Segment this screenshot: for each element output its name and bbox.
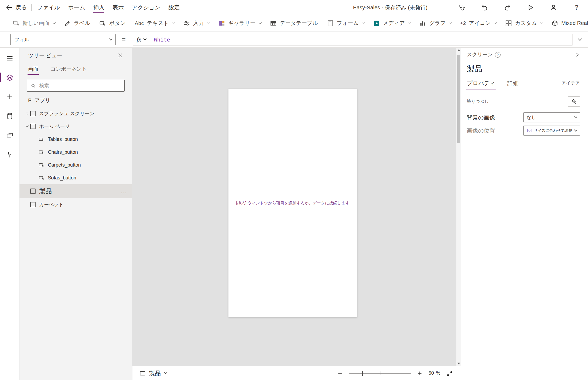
chevron-right-icon[interactable]	[23, 112, 30, 115]
insert-hint-text: [挿入] ウィンドウから項目を追加するか、データに接続します	[236, 201, 349, 206]
formula-expand-icon[interactable]	[578, 37, 581, 42]
tab-ideas[interactable]: アイデア	[561, 80, 580, 89]
ribbon-label: ボタン	[109, 20, 125, 27]
tree-item-chairs-button[interactable]: Chairs_button	[20, 146, 132, 159]
collapse-panel-icon[interactable]	[574, 52, 580, 58]
image-position-label: 画像の位置	[467, 127, 495, 134]
tree-item-label: Tables_button	[48, 137, 78, 142]
tab-screens[interactable]: 画面	[28, 66, 38, 75]
back-arrow-icon	[6, 4, 13, 11]
tree-item-splash-screen[interactable]: スプラッシュ スクリーン	[20, 107, 132, 120]
screen-icon	[139, 370, 146, 377]
chevron-down-icon	[408, 21, 411, 24]
close-icon[interactable]	[117, 52, 123, 58]
tree-item-label: カーペット	[39, 201, 64, 208]
ribbon-datatable[interactable]: データテーブル	[265, 17, 322, 29]
scroll-down-icon[interactable]	[457, 363, 460, 364]
fit-to-window-icon[interactable]	[446, 370, 453, 377]
tree-item-products[interactable]: 製品 …	[20, 184, 132, 198]
tab-properties[interactable]: プロパティ	[467, 80, 495, 89]
image-position-dropdown[interactable]: サイズに合わせて調整	[523, 126, 580, 136]
zoom-unit: %	[436, 370, 440, 376]
scrollbar-thumb[interactable]	[457, 55, 460, 143]
zoom-slider-handle[interactable]	[362, 371, 363, 376]
tab-components[interactable]: コンポーネント	[51, 66, 87, 75]
screen-artboard[interactable]: [挿入] ウィンドウから項目を追加するか、データに接続します	[228, 89, 357, 317]
background-image-dropdown[interactable]: なし	[523, 112, 580, 122]
tree-view-tabs: 画面 コンポーネント	[20, 63, 132, 75]
menu-view[interactable]: 表示	[108, 0, 128, 15]
zoom-slider[interactable]	[349, 373, 411, 374]
ribbon-label: アイコン	[469, 20, 491, 27]
zoom-level: 50 %	[429, 370, 440, 376]
tree-view-icon[interactable]	[0, 71, 20, 84]
chevron-down-icon[interactable]	[23, 125, 30, 127]
play-icon[interactable]	[526, 3, 534, 12]
formula-input[interactable]	[153, 36, 569, 43]
ribbon-form[interactable]: フォーム	[322, 17, 368, 29]
insert-plus-icon[interactable]	[0, 91, 20, 103]
chevron-down-icon	[574, 115, 578, 118]
chevron-down-icon	[172, 21, 175, 24]
ribbon-custom[interactable]: カスタム	[501, 17, 547, 29]
tree-item-sofas-button[interactable]: Sofas_button	[20, 171, 132, 184]
screen-switcher[interactable]: 製品	[139, 369, 166, 377]
ribbon-button-control[interactable]: ボタン	[95, 17, 130, 29]
tree-app-row[interactable]: P アプリ	[20, 94, 132, 107]
vertical-scrollbar[interactable]	[456, 48, 461, 366]
fill-color-button[interactable]	[568, 96, 580, 107]
formula-field: fx	[133, 34, 573, 46]
sliders-icon	[183, 20, 190, 27]
paint-bucket-icon	[571, 99, 577, 104]
fx-selector[interactable]: fx	[137, 36, 146, 43]
tree-item-tables-button[interactable]: Tables_button	[20, 133, 132, 146]
undo-icon[interactable]	[480, 3, 488, 12]
tab-advanced[interactable]: 詳細	[507, 80, 518, 89]
tree-view-panel: ツリー ビュー 画面 コンポーネント P アプリ スプラッシュ スクリーン ホー…	[20, 48, 132, 380]
ribbon-input[interactable]: 入力	[179, 17, 214, 29]
chevron-down-icon	[578, 36, 582, 41]
background-image-row: 背景の画像 なし	[467, 112, 580, 122]
user-icon[interactable]	[549, 3, 558, 12]
ribbon-icons[interactable]: +2 アイコン	[456, 17, 501, 29]
help-icon[interactable]: ?	[572, 3, 581, 12]
property-selector[interactable]: フィル	[10, 34, 116, 45]
ribbon-label: カスタム	[515, 20, 537, 27]
form-icon	[327, 20, 334, 27]
ribbon-label-control[interactable]: ラベル	[59, 17, 95, 29]
insert-ribbon: 新しい画面 ラベル ボタン Abc テキスト 入力 ギャラリー データテーブル …	[0, 15, 588, 32]
ribbon-text[interactable]: Abc テキスト	[130, 17, 179, 29]
app-checker-icon[interactable]	[457, 3, 465, 12]
tree-search-box[interactable]	[27, 80, 125, 92]
zoom-in-button[interactable]	[417, 370, 423, 376]
menu-home[interactable]: ホーム	[64, 0, 89, 15]
media-panel-icon[interactable]	[0, 129, 20, 141]
ribbon-mixed-reality[interactable]: Mixed Reality	[547, 17, 588, 29]
scroll-up-icon[interactable]	[457, 49, 460, 51]
plus-two-badge: +2	[460, 20, 466, 26]
ribbon-new-screen[interactable]: 新しい画面	[8, 17, 59, 29]
menu-action[interactable]: アクション	[128, 0, 164, 15]
ribbon-chart[interactable]: グラフ	[415, 17, 455, 29]
help-circle-icon[interactable]: ?	[495, 52, 501, 58]
data-icon[interactable]	[0, 110, 20, 122]
equals-sign: =	[121, 35, 126, 44]
advanced-tools-icon[interactable]	[0, 148, 20, 161]
menu-insert[interactable]: 挿入	[89, 0, 108, 15]
search-input[interactable]	[39, 83, 121, 89]
back-button[interactable]: 戻る	[6, 4, 27, 11]
button-cursor-icon	[99, 20, 106, 27]
redo-icon[interactable]	[503, 3, 511, 12]
tree-item-carpet[interactable]: カーペット	[20, 198, 132, 211]
tree-item-carpets-button[interactable]: Carpets_button	[20, 159, 132, 171]
search-icon	[30, 83, 36, 89]
hamburger-menu-icon[interactable]	[0, 52, 20, 64]
ribbon-media[interactable]: メディア	[369, 17, 415, 29]
chevron-down-icon	[362, 21, 365, 24]
menu-settings[interactable]: 設定	[165, 0, 184, 15]
button-control-icon	[39, 149, 45, 155]
zoom-out-button[interactable]	[337, 370, 343, 376]
tree-item-home-page[interactable]: ホーム ページ	[20, 120, 132, 133]
ribbon-gallery[interactable]: ギャラリー	[214, 17, 265, 29]
menu-file[interactable]: ファイル	[33, 0, 64, 15]
